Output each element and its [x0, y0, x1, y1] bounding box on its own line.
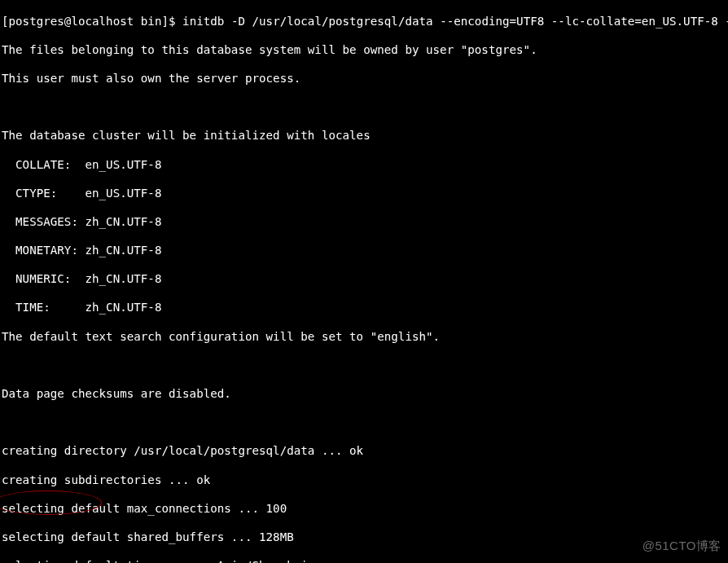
shell-prompt: [postgres@localhost bin]$	[2, 15, 182, 28]
entered-command: initdb -D /usr/local/postgresql/data --e…	[182, 15, 728, 28]
locale-ctype: CTYPE: en_US.UTF-8	[2, 187, 726, 201]
blank-line	[2, 100, 726, 115]
output-tsconfig: The default text search configuration wi…	[2, 330, 726, 345]
step-maxconn: selecting default max_connections ... 10…	[2, 502, 726, 517]
output-owned: The files belonging to this database sys…	[2, 43, 726, 58]
locale-time: TIME: zh_CN.UTF-8	[2, 301, 726, 315]
locale-numeric: NUMERIC: zh_CN.UTF-8	[2, 272, 726, 287]
terminal-window[interactable]: [postgres@localhost bin]$ initdb -D /usr…	[0, 0, 728, 563]
blank-line	[2, 416, 726, 430]
prompt-line-1[interactable]: [postgres@localhost bin]$ initdb -D /usr…	[2, 15, 726, 29]
step-create-subdir: creating subdirectories ... ok	[2, 473, 726, 488]
step-create-dir: creating directory /usr/local/postgresql…	[2, 444, 726, 459]
step-timezone: selecting default timezone ... Asia/Shan…	[2, 559, 726, 563]
output-checksums: Data page checksums are disabled.	[2, 387, 726, 402]
locale-messages: MESSAGES: zh_CN.UTF-8	[2, 215, 726, 230]
blank-line	[2, 358, 726, 373]
locale-monetary: MONETARY: zh_CN.UTF-8	[2, 244, 726, 258]
locale-collate: COLLATE: en_US.UTF-8	[2, 158, 726, 173]
output-own-server: This user must also own the server proce…	[2, 72, 726, 86]
step-sharedbuf: selecting default shared_buffers ... 128…	[2, 530, 726, 545]
output-cluster-line: The database cluster will be initialized…	[2, 129, 726, 143]
